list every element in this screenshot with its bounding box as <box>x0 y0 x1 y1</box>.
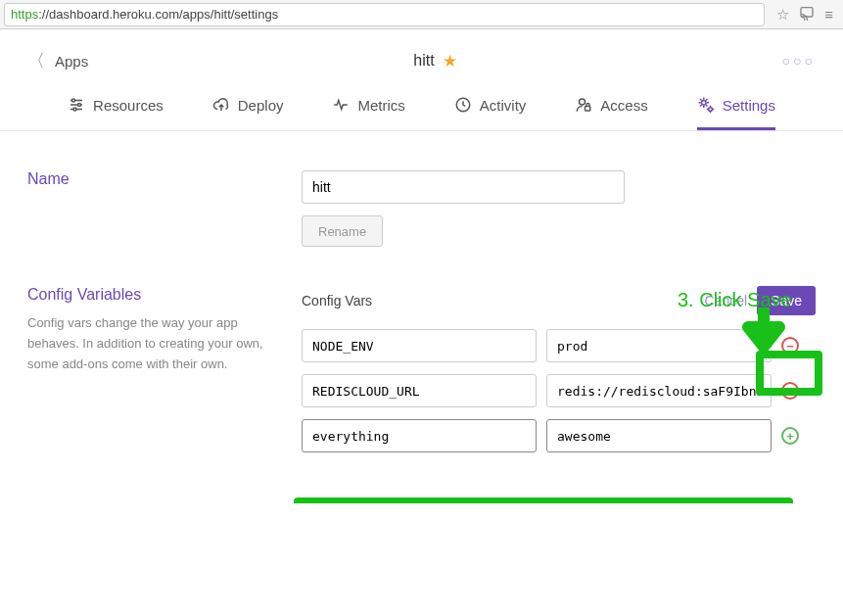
rename-button[interactable]: Rename <box>302 215 383 247</box>
tab-activity[interactable]: Activity <box>454 96 527 130</box>
app-title: hitt ★ <box>413 51 456 71</box>
clock-icon <box>454 96 472 114</box>
tab-metrics[interactable]: Metrics <box>332 96 404 130</box>
browser-address-bar: https ://dashboard.heroku.com/apps/hitt/… <box>0 0 843 29</box>
svg-point-2 <box>78 104 81 107</box>
chevron-left-icon: 〈 <box>27 49 45 72</box>
chrome-menu-icon[interactable]: ≡ <box>824 6 833 23</box>
star-outline-icon[interactable]: ☆ <box>776 6 789 24</box>
app-name: hitt <box>413 52 434 70</box>
tab-label: Access <box>600 97 647 114</box>
config-var-row: − <box>302 329 816 362</box>
gears-icon <box>697 96 715 114</box>
pulse-icon <box>332 96 350 114</box>
config-var-row: − <box>302 374 816 407</box>
sliders-icon <box>68 96 85 114</box>
tab-resources[interactable]: Resources <box>68 96 164 130</box>
svg-point-1 <box>72 99 75 102</box>
tab-label: Deploy <box>238 97 284 114</box>
section-description: Config vars change the way your app beha… <box>27 313 282 374</box>
config-vars-panel-heading: Config Vars <box>302 293 372 308</box>
config-var-key-input[interactable] <box>302 329 537 362</box>
annotation-highlight-save <box>756 351 822 396</box>
name-section: Name Rename <box>27 170 816 247</box>
config-var-value-input[interactable] <box>546 374 772 407</box>
cancel-link[interactable]: Cancel <box>704 293 747 308</box>
svg-point-5 <box>580 99 585 105</box>
cast-icon[interactable] <box>799 5 815 24</box>
svg-point-8 <box>708 108 712 112</box>
url-box[interactable]: https ://dashboard.heroku.com/apps/hitt/… <box>4 3 765 26</box>
svg-rect-0 <box>801 8 813 17</box>
section-heading: Name <box>27 170 282 188</box>
tab-access[interactable]: Access <box>575 96 647 130</box>
tab-label: Metrics <box>357 97 404 114</box>
favorite-star-icon[interactable]: ★ <box>443 51 457 71</box>
url-rest: ://dashboard.heroku.com/apps/hitt/settin… <box>38 7 278 22</box>
config-var-key-input[interactable] <box>302 419 537 452</box>
tab-bar: Resources Deploy Metrics Activity Access <box>0 84 843 131</box>
section-heading: Config Variables <box>27 286 282 304</box>
tab-deploy[interactable]: Deploy <box>212 96 284 130</box>
config-var-value-input[interactable] <box>546 419 772 452</box>
svg-rect-6 <box>585 107 590 112</box>
add-row-icon[interactable]: + <box>781 427 799 445</box>
config-var-key-input[interactable] <box>302 374 537 407</box>
tab-label: Settings <box>723 97 775 114</box>
save-button[interactable]: Save <box>757 286 816 315</box>
back-label: Apps <box>55 53 88 70</box>
back-to-apps[interactable]: 〈 Apps <box>27 49 88 72</box>
config-var-row: + <box>302 419 816 452</box>
url-scheme: https <box>5 7 38 22</box>
config-var-value-input[interactable] <box>546 329 772 362</box>
upload-cloud-icon <box>212 96 230 114</box>
app-name-input[interactable] <box>302 170 625 204</box>
more-menu-icon[interactable]: ○○○ <box>782 53 816 69</box>
svg-point-3 <box>73 108 76 111</box>
annotation-highlight-row <box>294 498 793 503</box>
tab-label: Resources <box>93 97 164 114</box>
tab-label: Activity <box>480 97 527 114</box>
svg-point-7 <box>701 101 706 106</box>
config-vars-section: Config Variables Config vars change the … <box>27 286 816 464</box>
tab-settings[interactable]: Settings <box>697 96 775 130</box>
user-lock-icon <box>575 96 592 114</box>
